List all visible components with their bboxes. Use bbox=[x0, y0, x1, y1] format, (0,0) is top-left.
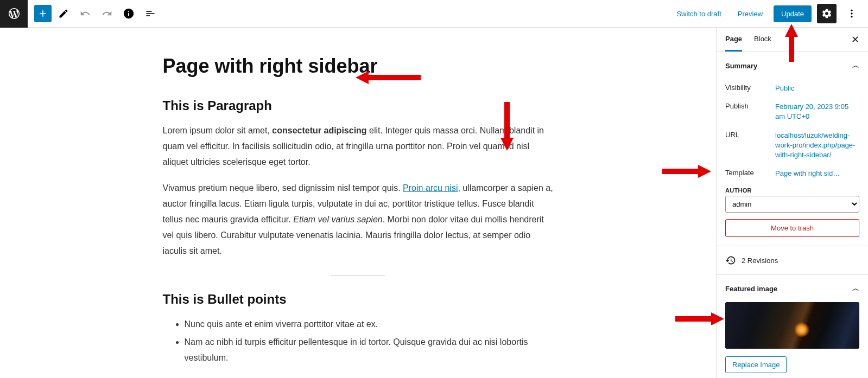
settings-sidebar: Page Block ✕ Summary ︿ Visibility Public… bbox=[716, 28, 868, 378]
featured-image-panel-header[interactable]: Featured image ︿ bbox=[717, 275, 868, 302]
details-button[interactable] bbox=[119, 4, 138, 23]
update-button[interactable]: Update bbox=[774, 5, 812, 22]
editor-canvas[interactable]: Page with right sidebar This is Paragrap… bbox=[0, 28, 716, 378]
replace-image-button[interactable]: Replace Image bbox=[725, 356, 787, 373]
author-select[interactable]: admin bbox=[725, 196, 859, 213]
redo-button[interactable] bbox=[97, 4, 117, 23]
undo-button[interactable] bbox=[75, 4, 95, 23]
chevron-up-icon: ︿ bbox=[852, 61, 859, 71]
list-block[interactable]: Nunc quis ante et enim viverra porttitor… bbox=[163, 317, 554, 366]
summary-panel-header[interactable]: Summary ︿ bbox=[717, 52, 868, 79]
settings-button[interactable] bbox=[817, 4, 837, 23]
publish-label: Publish bbox=[725, 102, 775, 110]
revisions-button[interactable]: 2 Revisions bbox=[717, 246, 868, 275]
heading-bullets[interactable]: This is Bullet points bbox=[163, 292, 554, 307]
separator-block[interactable] bbox=[331, 275, 385, 276]
close-sidebar-button[interactable]: ✕ bbox=[851, 34, 859, 46]
switch-to-draft-button[interactable]: Switch to draft bbox=[671, 7, 726, 21]
template-label: Template bbox=[725, 169, 775, 177]
svg-point-2 bbox=[851, 16, 852, 17]
move-to-trash-button[interactable]: Move to trash bbox=[725, 219, 859, 237]
preview-button[interactable]: Preview bbox=[732, 7, 768, 21]
wordpress-logo[interactable] bbox=[0, 0, 28, 28]
visibility-label: Visibility bbox=[725, 84, 775, 92]
list-item[interactable]: Nunc quis ante et enim viverra porttitor… bbox=[185, 317, 554, 332]
paragraph-block[interactable]: Lorem ipsum dolor sit amet, consectetur … bbox=[163, 123, 554, 170]
list-view-button[interactable] bbox=[141, 4, 160, 23]
url-label: URL bbox=[725, 131, 775, 139]
template-value[interactable]: Page with right sid… bbox=[775, 169, 859, 178]
inline-link[interactable]: Proin arcu nisi bbox=[403, 183, 458, 193]
featured-image-thumbnail[interactable] bbox=[725, 302, 859, 349]
author-label: AUTHOR bbox=[725, 187, 859, 194]
publish-value[interactable]: February 20, 2023 9:05 am UTC+0 bbox=[775, 102, 859, 121]
svg-point-0 bbox=[851, 10, 852, 11]
chevron-up-icon: ︿ bbox=[852, 284, 859, 293]
tab-page[interactable]: Page bbox=[725, 28, 742, 52]
tab-block[interactable]: Block bbox=[754, 28, 771, 52]
list-item[interactable]: Nam ac nibh id turpis efficitur pellente… bbox=[185, 335, 554, 366]
paragraph-block[interactable]: Vivamus pretium neque libero, sed dignis… bbox=[163, 181, 554, 259]
visibility-value[interactable]: Public bbox=[775, 84, 859, 93]
heading-paragraph[interactable]: This is Paragraph bbox=[163, 98, 554, 113]
svg-point-1 bbox=[851, 12, 852, 14]
more-options-button[interactable] bbox=[842, 4, 861, 23]
add-block-button[interactable] bbox=[34, 5, 52, 22]
page-title[interactable]: Page with right sidebar bbox=[163, 55, 554, 78]
history-icon bbox=[725, 255, 736, 266]
edit-mode-button[interactable] bbox=[54, 4, 73, 23]
url-value[interactable]: localhost/luzuk/welding-work-pro/index.p… bbox=[775, 131, 859, 161]
